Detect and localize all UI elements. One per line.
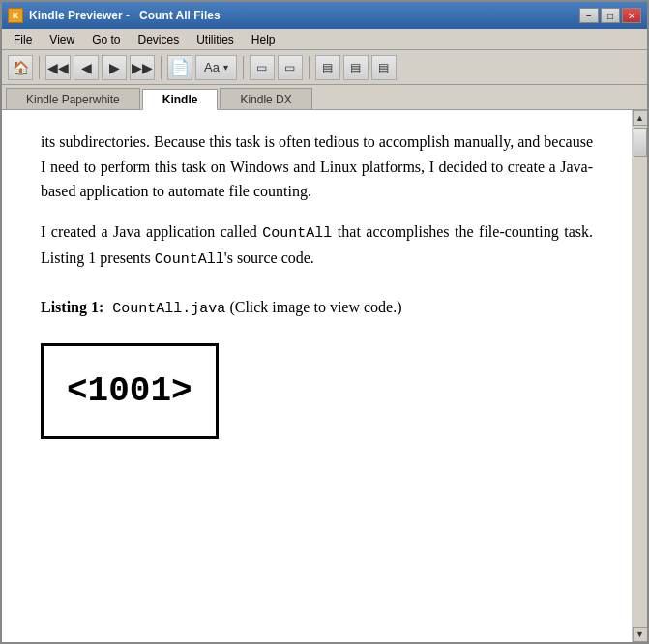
para2-text1: I created a Java application called (41, 223, 262, 240)
app-title: Kindle Previewer - Count All Files (29, 9, 221, 22)
close-button[interactable]: ✕ (622, 8, 641, 23)
code-image-text: <1001> (67, 364, 192, 420)
toolbar: 🏠 ◀◀ ◀ ▶ ▶▶ 📄 Aa ▾ ▭ ▭ ▤ ▤ ▤ (2, 50, 647, 85)
maximize-button[interactable]: □ (601, 8, 620, 23)
view-mode-1[interactable]: ▭ (250, 55, 275, 80)
minimize-button[interactable]: − (579, 8, 599, 23)
scroll-up-button[interactable]: ▲ (633, 110, 648, 126)
para2-mono1: CountAll (262, 225, 332, 242)
listing-label-paragraph: Listing 1: CountAll.java (Click image to… (41, 295, 593, 321)
menu-bar: File View Go to Devices Utilities Help (2, 29, 647, 50)
reading-area: its subdirectories. Because this task is… (2, 110, 632, 642)
content-area: its subdirectories. Because this task is… (2, 110, 647, 642)
app-icon: K (8, 8, 23, 23)
home-button[interactable]: 🏠 (8, 55, 33, 80)
menu-devices[interactable]: Devices (131, 31, 188, 48)
font-aa-label: Aa (204, 60, 220, 74)
layout-1[interactable]: ▤ (315, 55, 340, 80)
scroll-down-button[interactable]: ▼ (633, 627, 648, 642)
listing-label-bold: Listing 1: (41, 299, 103, 315)
next-page-button[interactable]: ▶ (102, 55, 127, 80)
last-page-button[interactable]: ▶▶ (130, 55, 155, 80)
toolbar-separator-1 (39, 56, 40, 79)
app-window: K Kindle Previewer - Count All Files − □… (0, 0, 649, 644)
layout-3[interactable]: ▤ (371, 55, 397, 80)
tab-kindle[interactable]: Kindle (142, 89, 219, 110)
menu-goto[interactable]: Go to (84, 31, 128, 48)
menu-utilities[interactable]: Utilities (189, 31, 242, 48)
code-image[interactable]: <1001> (41, 343, 219, 440)
paragraph-2: I created a Java application called Coun… (41, 220, 593, 272)
tab-kindle-paperwhite[interactable]: Kindle Paperwhite (6, 88, 140, 109)
scroll-thumb[interactable] (634, 128, 647, 157)
scrollbar: ▲ ▼ (632, 110, 647, 642)
tabs-bar: Kindle Paperwhite Kindle Kindle DX (2, 85, 647, 110)
font-size-button[interactable]: Aa ▾ (195, 55, 237, 80)
layout-2[interactable]: ▤ (343, 55, 369, 80)
view-mode-2[interactable]: ▭ (278, 55, 303, 80)
menu-view[interactable]: View (42, 31, 82, 48)
font-dropdown-icon: ▾ (223, 62, 228, 73)
toolbar-separator-4 (309, 56, 310, 79)
tab-kindle-dx[interactable]: Kindle DX (220, 88, 311, 109)
toolbar-separator-2 (161, 56, 162, 79)
first-page-button[interactable]: ◀◀ (45, 55, 71, 80)
prev-page-button[interactable]: ◀ (74, 55, 99, 80)
scroll-track (633, 126, 648, 627)
listing-filename: CountAll.java (103, 301, 225, 317)
para2-mono2: CountAll (155, 251, 224, 268)
window-controls: − □ ✕ (579, 8, 641, 23)
title-bar-left: K Kindle Previewer - Count All Files (8, 8, 221, 23)
listing-description: (Click image to view code.) (225, 299, 401, 315)
menu-file[interactable]: File (6, 31, 40, 48)
paragraph-1: its subdirectories. Because this task is… (41, 130, 593, 204)
title-bar: K Kindle Previewer - Count All Files − □… (2, 2, 647, 29)
menu-help[interactable]: Help (244, 31, 283, 48)
document-button[interactable]: 📄 (167, 55, 192, 80)
toolbar-separator-3 (243, 56, 244, 79)
para2-text3: 's source code. (224, 249, 314, 266)
